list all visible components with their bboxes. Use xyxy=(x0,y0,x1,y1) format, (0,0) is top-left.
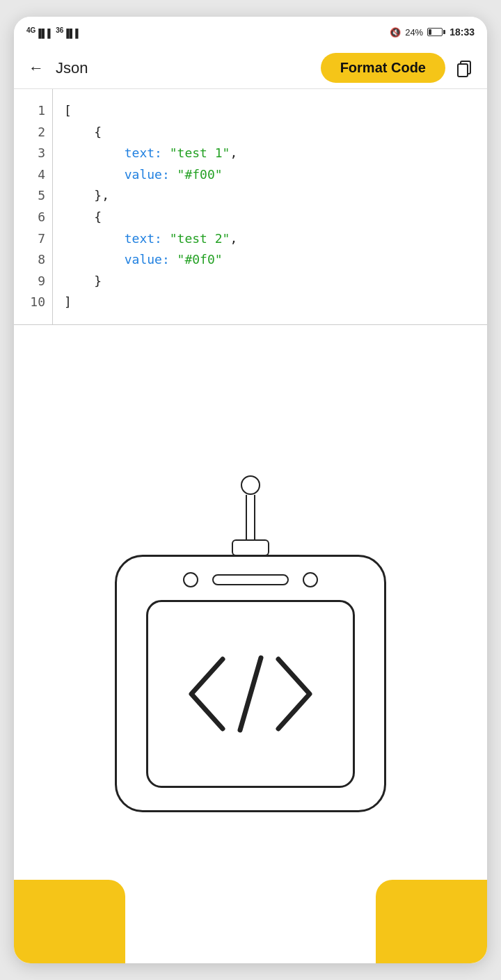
joystick-ball xyxy=(241,475,260,495)
phone-frame: 4G▐▌▌ 36▐▌▌ 🔇 24% 18:33 ← Json Format Co… xyxy=(14,17,487,963)
status-right: 🔇 24% 18:33 xyxy=(390,26,475,38)
code-line-5: }, xyxy=(64,185,476,207)
line-num: 2 xyxy=(25,122,45,143)
code-line-2: { xyxy=(64,122,476,143)
code-line-1: [ xyxy=(64,100,476,122)
code-content[interactable]: [ { text: "test 1", value: "#f00" }, { t… xyxy=(53,89,487,324)
back-arrow-icon: ← xyxy=(29,59,44,77)
status-left: 4G▐▌▌ 36▐▌▌ xyxy=(26,26,81,38)
status-bar: 4G▐▌▌ 36▐▌▌ 🔇 24% 18:33 xyxy=(14,17,487,47)
line-num: 6 xyxy=(25,207,45,228)
joystick-base xyxy=(232,539,269,556)
robot-joystick xyxy=(232,475,269,556)
back-button[interactable]: ← xyxy=(24,56,49,81)
code-line-4: value: "#f00" xyxy=(64,164,476,186)
line-num: 1 xyxy=(25,100,45,122)
illustration-area xyxy=(14,325,487,963)
battery-icon xyxy=(427,28,445,36)
joystick-neck xyxy=(246,495,255,539)
code-symbol-svg xyxy=(181,645,320,743)
svg-rect-1 xyxy=(458,64,468,77)
code-line-3: text: "test 1", xyxy=(64,143,476,164)
robot-screen xyxy=(146,600,355,788)
yellow-corner-right xyxy=(376,880,487,963)
line-num: 4 xyxy=(25,164,45,186)
line-num: 5 xyxy=(25,185,45,207)
copy-button[interactable] xyxy=(452,56,477,81)
robot-body xyxy=(115,555,386,812)
line-num: 7 xyxy=(25,228,45,250)
clock: 18:33 xyxy=(450,26,475,38)
line-num: 10 xyxy=(25,292,45,313)
robot-eye-right xyxy=(303,572,318,587)
line-numbers: 1 2 3 4 5 6 7 8 9 10 xyxy=(14,89,53,324)
app-title: Json xyxy=(56,59,314,77)
line-num: 9 xyxy=(25,271,45,292)
robot-illustration xyxy=(115,475,386,812)
yellow-corner-left xyxy=(14,880,125,963)
code-line-6: { xyxy=(64,207,476,228)
copy-icon xyxy=(455,58,475,78)
code-editor: 1 2 3 4 5 6 7 8 9 10 [ { text: "test 1",… xyxy=(14,89,487,325)
carrier-info: 4G▐▌▌ 36▐▌▌ xyxy=(26,26,81,38)
robot-slot xyxy=(212,574,289,585)
code-symbol xyxy=(181,645,320,743)
robot-eye-left xyxy=(183,572,198,587)
code-line-7: text: "test 2", xyxy=(64,228,476,250)
line-num: 3 xyxy=(25,143,45,164)
code-line-8: value: "#0f0" xyxy=(64,249,476,271)
format-code-button[interactable]: Format Code xyxy=(321,53,445,83)
battery-percent: 24% xyxy=(405,27,423,38)
line-num: 8 xyxy=(25,249,45,271)
svg-line-2 xyxy=(240,658,261,730)
code-line-10: ] xyxy=(64,292,476,313)
code-line-9: } xyxy=(64,271,476,292)
robot-top-row xyxy=(183,572,318,587)
mute-icon: 🔇 xyxy=(390,27,401,38)
app-bar: ← Json Format Code xyxy=(14,47,487,89)
